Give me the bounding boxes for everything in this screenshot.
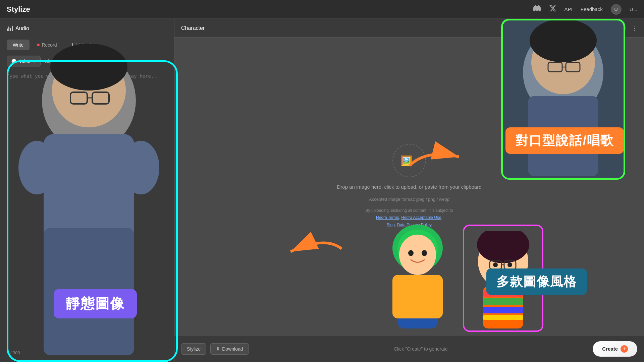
svg-point-31 [493, 262, 498, 267]
upload-format-text: Accepted image format: jpeg / png / webp [369, 197, 449, 202]
more-options-icon[interactable]: ⋮ [631, 24, 637, 32]
generate-hint-text: Click "Create" to generate [253, 346, 589, 352]
svg-rect-36 [483, 307, 523, 313]
navbar-icons: API Feedback U U... [533, 4, 637, 15]
svg-point-13 [530, 19, 597, 62]
api-link[interactable]: API [565, 6, 573, 12]
terms-link[interactable]: Hedra Terms [376, 215, 399, 220]
svg-point-8 [122, 141, 159, 194]
acceptable-use-link[interactable]: Hedra Acceptable Use [401, 215, 441, 220]
discord-icon[interactable] [533, 4, 541, 14]
center-bottom-bar: Stylize ⬇ Download Click "Create" to gen… [174, 335, 644, 362]
svg-point-7 [18, 141, 55, 194]
download-button[interactable]: ⬇ Download [210, 343, 249, 355]
styles-label: 多款圖像風格 [486, 268, 587, 295]
upload-add-icon: 🖼️+ [400, 155, 418, 166]
username-text: U... [630, 6, 637, 12]
svg-point-25 [422, 250, 427, 256]
audio-icon [7, 26, 13, 31]
svg-rect-35 [483, 298, 523, 305]
upload-hint-text: Drop an image here, click to upload, or … [337, 183, 481, 191]
upload-circle[interactable]: 🖼️+ [392, 144, 426, 177]
download-icon: ⬇ [216, 346, 220, 352]
anime-character [379, 221, 456, 328]
brand-logo: Stylize [7, 5, 30, 14]
create-plus-icon: + [621, 345, 628, 353]
svg-point-2 [50, 44, 127, 90]
svg-point-32 [507, 262, 512, 267]
user-avatar[interactable]: U [611, 4, 622, 15]
svg-point-24 [408, 250, 414, 256]
feedback-link[interactable]: Feedback [581, 6, 603, 12]
panel-header: Audio [7, 25, 167, 34]
svg-point-23 [399, 235, 436, 275]
panel-title: Audio [15, 25, 29, 32]
create-button[interactable]: Create + [593, 341, 637, 357]
x-twitter-icon[interactable] [549, 5, 556, 14]
svg-rect-20 [392, 275, 443, 318]
person-right-image [501, 19, 625, 180]
svg-rect-6 [44, 134, 134, 241]
static-image-label: 靜態圖像 [54, 289, 137, 318]
stylize-button[interactable]: Stylize [181, 343, 206, 355]
navbar: Stylize API Feedback U U... [0, 0, 644, 19]
svg-rect-37 [483, 315, 523, 320]
lip-sync-label: 對口型說話/唱歌 [505, 127, 624, 154]
